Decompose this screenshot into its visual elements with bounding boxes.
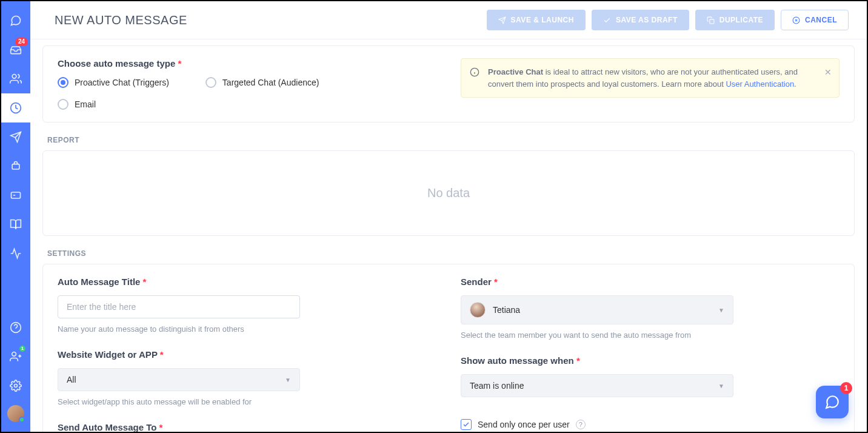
svg-rect-15 (710, 19, 714, 23)
save-draft-label: SAVE AS DRAFT (616, 16, 678, 24)
svg-point-9 (12, 352, 16, 357)
svg-point-12 (15, 384, 18, 388)
x-circle-icon (792, 16, 800, 24)
main-content: NEW AUTO MESSAGE SAVE & LAUNCH SAVE AS D… (30, 1, 867, 432)
radio-email[interactable]: Email (58, 99, 436, 110)
check-icon (603, 16, 611, 24)
sidebar: 24 1 (1, 1, 30, 432)
sidebar-item-inbox[interactable]: 24 (1, 35, 30, 64)
sidebar-item-contacts[interactable] (1, 64, 30, 93)
radio-email-label: Email (75, 99, 96, 109)
radio-proactive-label: Proactive Chat (Triggers) (75, 78, 169, 87)
settings-panel: Auto Message Title * Name your auto mess… (42, 264, 855, 432)
widget-helper: Select widget/app this auto message will… (58, 397, 436, 406)
report-panel: No data (42, 150, 855, 236)
sidebar-item-team[interactable]: 1 (1, 342, 30, 371)
sidebar-item-activity[interactable] (1, 239, 30, 268)
action-buttons: SAVE & LAUNCH SAVE AS DRAFT DUPLICATE CA… (487, 10, 849, 30)
gear-icon (10, 380, 22, 392)
activity-icon (10, 247, 22, 260)
close-info-button[interactable]: ✕ (824, 66, 832, 79)
info-bold: Proactive Chat (488, 67, 543, 76)
radio-proactive-chat[interactable]: Proactive Chat (Triggers) (58, 77, 169, 88)
sidebar-item-settings[interactable] (1, 371, 30, 400)
team-badge: 1 (19, 346, 25, 352)
showwhen-value: Team is online (470, 381, 524, 391)
bot-icon (10, 160, 22, 172)
help-icon (10, 321, 22, 334)
showwhen-field-label: Show auto message when * (461, 355, 840, 366)
report-section-label: REPORT (42, 127, 855, 150)
radio-icon (205, 77, 216, 88)
no-data-text: No data (58, 163, 840, 223)
title-field-label: Auto Message Title * (58, 277, 436, 287)
info-icon (470, 67, 479, 77)
save-launch-button[interactable]: SAVE & LAUNCH (487, 10, 586, 30)
chevron-down-icon: ▼ (718, 383, 724, 389)
topbar: NEW AUTO MESSAGE SAVE & LAUNCH SAVE AS D… (30, 1, 867, 39)
radio-targeted-label: Targeted Chat (Audience) (222, 78, 319, 87)
user-auth-link[interactable]: User Authentication (726, 79, 794, 89)
svg-rect-4 (12, 164, 19, 169)
card-icon (10, 189, 22, 201)
svg-point-0 (12, 75, 16, 79)
send-icon (498, 16, 506, 24)
users-icon (10, 73, 22, 85)
check-icon (462, 421, 470, 428)
user-plus-icon (10, 351, 22, 363)
book-icon (10, 218, 22, 230)
sidebar-item-bot[interactable] (1, 152, 30, 181)
radio-icon (58, 77, 68, 88)
send-icon (10, 131, 22, 143)
duplicate-label: DUPLICATE (719, 16, 763, 24)
sender-helper: Select the team member you want to send … (461, 331, 840, 340)
chevron-down-icon: ▼ (285, 377, 291, 383)
sidebar-item-chat[interactable] (1, 6, 30, 35)
user-avatar[interactable] (7, 405, 24, 422)
sidebar-item-campaigns[interactable] (1, 123, 30, 152)
sidebar-item-help[interactable] (1, 313, 30, 342)
sender-avatar (470, 302, 486, 318)
type-label: Choose auto message type * (58, 58, 436, 69)
page-title: NEW AUTO MESSAGE (55, 13, 187, 27)
inbox-badge: 24 (15, 38, 28, 46)
copy-icon (707, 16, 715, 24)
clock-icon (10, 102, 22, 114)
cancel-label: CANCEL (805, 16, 837, 24)
cancel-button[interactable]: CANCEL (781, 10, 849, 30)
chevron-down-icon: ▼ (718, 307, 724, 314)
info-callout: ✕ Proactive Chat is ideal to attract new… (461, 58, 840, 98)
sidebar-item-knowledge[interactable] (1, 210, 30, 239)
widget-select[interactable]: All ▼ (58, 368, 300, 391)
send-once-checkbox[interactable] (461, 419, 472, 430)
chat-widget-button[interactable]: 1 (816, 386, 849, 418)
status-online-dot (19, 417, 25, 423)
sidebar-item-automation[interactable] (1, 93, 30, 123)
svg-rect-5 (12, 192, 21, 198)
widget-value: All (67, 375, 76, 384)
title-input[interactable] (58, 295, 300, 318)
type-panel: Choose auto message type * Proactive Cha… (42, 45, 855, 123)
widget-field-label: Website Widget or APP * (58, 349, 436, 360)
chat-icon (824, 394, 840, 410)
title-helper: Name your auto message to distinguish it… (58, 324, 436, 334)
sidebar-item-card[interactable] (1, 181, 30, 210)
send-once-label: Send only once per user (478, 420, 570, 429)
save-launch-label: SAVE & LAUNCH (511, 16, 574, 24)
save-draft-button[interactable]: SAVE AS DRAFT (592, 10, 689, 30)
chat-notification-badge: 1 (840, 382, 852, 394)
help-tooltip-icon[interactable]: ? (576, 420, 586, 429)
chat-icon (10, 15, 22, 27)
radio-icon (58, 99, 68, 110)
duplicate-button[interactable]: DUPLICATE (695, 10, 775, 30)
sender-field-label: Sender * (461, 277, 840, 287)
settings-section-label: SETTINGS (42, 241, 855, 264)
sender-value: Tetiana (493, 305, 520, 315)
sendto-field-label: Send Auto Message To * (58, 422, 436, 432)
showwhen-select[interactable]: Team is online ▼ (461, 374, 733, 397)
radio-targeted-chat[interactable]: Targeted Chat (Audience) (205, 77, 319, 88)
sender-select[interactable]: Tetiana ▼ (461, 295, 733, 324)
